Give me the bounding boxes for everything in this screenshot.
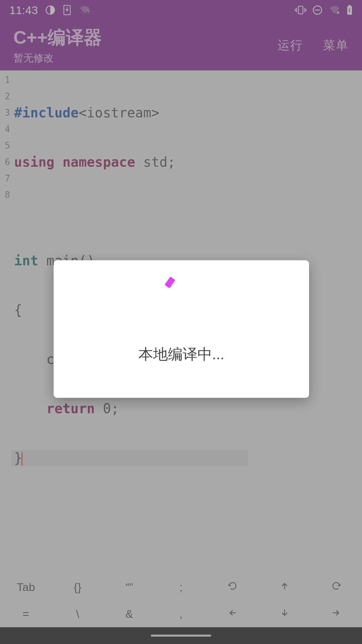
status-bar: 11:43 ? × — [0, 0, 362, 20]
svg-text:×: × — [337, 9, 340, 15]
theme-icon — [45, 5, 55, 15]
app-bar: C++编译器 暂无修改 运行 菜单 — [0, 20, 362, 70]
redo-icon — [331, 581, 341, 594]
key-backslash[interactable]: \ — [52, 600, 103, 627]
spinner-icon — [165, 276, 175, 288]
svg-rect-3 — [298, 6, 303, 14]
compiling-dialog: 本地编译中... — [54, 260, 309, 398]
key-ampersand[interactable]: & — [104, 600, 155, 627]
menu-button[interactable]: 菜单 — [323, 37, 349, 54]
status-time: 11:43 — [9, 4, 38, 17]
key-right[interactable] — [310, 600, 362, 627]
key-semicolon[interactable]: ; — [155, 574, 207, 600]
key-left[interactable] — [207, 600, 258, 627]
wifi-off-icon: × — [328, 5, 341, 15]
svg-rect-8 — [349, 5, 351, 6]
run-button[interactable]: 运行 — [278, 37, 303, 54]
dialog-message: 本地编译中... — [138, 344, 225, 364]
download-icon — [63, 5, 71, 15]
line-gutter: 1 2 3 4 5 6 7 8 — [0, 70, 11, 574]
key-up[interactable] — [258, 574, 310, 600]
key-redo[interactable] — [310, 574, 362, 600]
arrow-down-icon — [280, 607, 290, 621]
arrow-up-icon — [280, 581, 290, 594]
key-comma[interactable]: , — [155, 600, 207, 627]
system-nav-bar — [0, 627, 362, 644]
key-braces[interactable]: {} — [52, 574, 103, 600]
arrow-left-icon — [228, 607, 238, 621]
key-down[interactable] — [258, 600, 310, 627]
cursor — [21, 452, 22, 466]
undo-icon — [228, 581, 238, 594]
dnd-icon — [312, 5, 322, 15]
symbol-keyboard: Tab {} “” ; = \ & , — [0, 574, 362, 627]
key-quotes[interactable]: “” — [104, 574, 155, 600]
key-equals[interactable]: = — [0, 600, 52, 627]
key-tab[interactable]: Tab — [0, 574, 52, 600]
app-title: C++编译器 — [13, 25, 102, 50]
wifi-question-icon: ? — [79, 5, 91, 15]
key-undo[interactable] — [207, 574, 258, 600]
battery-charging-icon — [347, 5, 353, 15]
vibrate-icon — [295, 5, 306, 15]
arrow-right-icon — [331, 607, 341, 621]
app-subtitle: 暂无修改 — [13, 51, 102, 65]
svg-text:?: ? — [87, 9, 90, 14]
home-pill[interactable] — [151, 635, 211, 637]
